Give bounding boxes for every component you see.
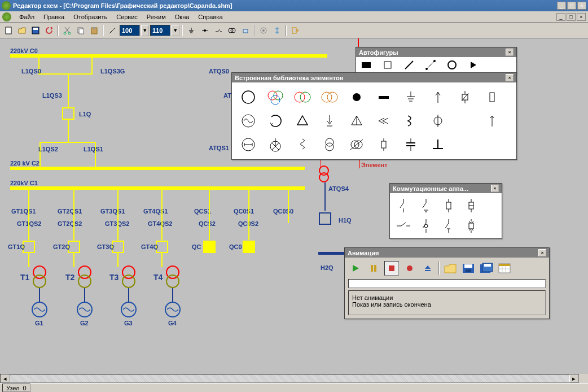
sw-breaker-icon[interactable] — [438, 197, 459, 215]
sw-auto-icon[interactable] — [416, 217, 436, 235]
lib-perp-icon[interactable] — [425, 133, 451, 156]
lib-bar-icon[interactable] — [371, 86, 397, 108]
node-tool[interactable] — [199, 24, 211, 37]
doc-minimize-button[interactable]: _ — [556, 13, 565, 21]
copy-button[interactable] — [74, 24, 87, 37]
lib-fuse-icon[interactable] — [371, 133, 397, 156]
lib-2circ-arrow-icon[interactable] — [344, 133, 370, 156]
lib-arrow-down-icon[interactable] — [317, 110, 343, 132]
lib-triangle-up-icon[interactable] — [344, 110, 370, 132]
lib-capacitor-icon[interactable] — [452, 86, 478, 108]
zoom-drop-1[interactable]: ▾ — [141, 25, 149, 36]
lib-sine-icon[interactable] — [235, 110, 261, 132]
pause-button[interactable] — [366, 261, 381, 276]
lib-2circ-v-icon[interactable] — [317, 133, 343, 156]
switches-close-button[interactable]: × — [491, 185, 499, 192]
sw-drawout-icon[interactable] — [461, 217, 481, 235]
saveall-button[interactable] — [479, 261, 494, 276]
lib-reactor-icon[interactable] — [398, 110, 424, 132]
shapes-close-button[interactable]: × — [506, 49, 514, 56]
lib-circle-icon[interactable] — [235, 86, 261, 108]
menu-view[interactable]: Отобразить — [69, 12, 112, 21]
doc-maximize-button[interactable]: □ — [567, 13, 576, 21]
zoom-drop-2[interactable]: ▾ — [172, 25, 179, 36]
sw-load-icon[interactable] — [438, 217, 459, 235]
label-g3: G3 — [124, 320, 133, 326]
shape-play-icon[interactable] — [468, 59, 479, 71]
animation-close-button[interactable]: × — [538, 249, 546, 256]
new-button[interactable] — [2, 24, 15, 37]
lib-transformer2b-icon[interactable] — [317, 86, 343, 108]
save-anim-button[interactable] — [461, 261, 476, 276]
library-panel[interactable]: Встроенная библиотека элементов× — [231, 72, 517, 160]
close-button[interactable]: × — [577, 2, 586, 10]
lib-arrow-up-icon[interactable] — [425, 86, 451, 108]
zoom-combo-2[interactable]: 110 — [150, 25, 170, 36]
lib-meter-icon[interactable] — [235, 133, 261, 156]
service-tool[interactable] — [239, 24, 252, 37]
folder-button[interactable] — [443, 261, 458, 276]
library-close-button[interactable]: × — [506, 74, 514, 81]
lib-empty3-icon[interactable] — [479, 133, 505, 156]
animation-panel[interactable]: Анимация× Нет анимации Показ или запись … — [344, 247, 550, 319]
config-tool[interactable] — [257, 24, 270, 37]
play-button[interactable] — [348, 261, 363, 276]
menu-help[interactable]: Справка — [194, 12, 227, 21]
menu-file[interactable]: Файл — [15, 12, 39, 21]
lib-line-up-icon[interactable] — [479, 110, 505, 132]
lib-coil-icon[interactable] — [289, 133, 315, 156]
lib-delta-icon[interactable] — [289, 110, 315, 132]
refresh-button[interactable] — [43, 24, 55, 37]
paste-button[interactable] — [88, 24, 100, 37]
scrollbar-horizontal[interactable]: ◂ ▸ — [0, 374, 579, 383]
lib-split-icon[interactable] — [262, 133, 288, 156]
zoom-combo-1[interactable]: 100 — [120, 25, 140, 36]
align-tool[interactable] — [271, 24, 283, 37]
calendar-button[interactable] — [497, 261, 512, 276]
lib-ground-icon[interactable] — [398, 86, 424, 108]
lib-cap2-icon[interactable] — [398, 133, 424, 156]
circles-tool[interactable] — [226, 24, 238, 37]
switches-panel[interactable]: Коммутационные аппа...× — [389, 183, 502, 239]
stop-button[interactable] — [384, 261, 399, 276]
lib-transformer3-icon[interactable] — [262, 86, 288, 108]
shapes-panel[interactable]: Автофигуры× — [356, 47, 517, 73]
line-tool[interactable] — [106, 24, 119, 37]
lib-arc-icon[interactable] — [262, 110, 288, 132]
scroll-right-button[interactable]: ▸ — [569, 374, 578, 382]
doc-close-button[interactable]: × — [577, 13, 586, 21]
sw-breaker2-icon[interactable] — [461, 197, 481, 215]
menu-service[interactable]: Сервис — [112, 12, 142, 21]
cut-button[interactable] — [61, 24, 73, 37]
ground-tool[interactable] — [185, 24, 198, 37]
exit-tool[interactable] — [289, 24, 301, 37]
lib-rect-icon[interactable] — [479, 86, 505, 108]
lib-empty1-icon[interactable] — [452, 110, 478, 132]
save-button[interactable] — [29, 24, 42, 37]
menu-mode[interactable]: Режим — [142, 12, 170, 21]
shape-square-icon[interactable] — [382, 59, 393, 71]
shape-line-icon[interactable] — [403, 59, 415, 71]
eject-button[interactable] — [420, 261, 435, 276]
lib-double-arrow-icon[interactable] — [371, 110, 397, 132]
open-button[interactable] — [16, 24, 28, 37]
animation-input[interactable] — [348, 279, 546, 288]
canvas[interactable]: 220kV C0 220 kV C2 220kV C1 L1QS0 L1QS3G… — [0, 38, 588, 374]
menu-windows[interactable]: Окна — [170, 12, 194, 21]
minimize-button[interactable]: _ — [557, 2, 566, 10]
lib-dot-icon[interactable] — [344, 86, 370, 108]
scroll-left-button[interactable]: ◂ — [1, 374, 10, 382]
menu-edit[interactable]: Правка — [39, 12, 69, 21]
record-button[interactable] — [402, 261, 417, 276]
shape-circle-icon[interactable] — [446, 59, 458, 71]
lib-ct-icon[interactable] — [425, 110, 451, 132]
maximize-button[interactable]: □ — [567, 2, 576, 10]
lib-empty2-icon[interactable] — [452, 133, 478, 156]
lib-transformer2-icon[interactable] — [289, 86, 315, 108]
shape-connector-icon[interactable] — [425, 59, 436, 71]
shape-rect-icon[interactable] — [361, 59, 372, 71]
sw-disconnect-icon[interactable] — [393, 197, 414, 215]
sw-ground-icon[interactable] — [416, 197, 436, 215]
sw-h-icon[interactable] — [393, 217, 414, 235]
switch-tool[interactable] — [212, 24, 225, 37]
